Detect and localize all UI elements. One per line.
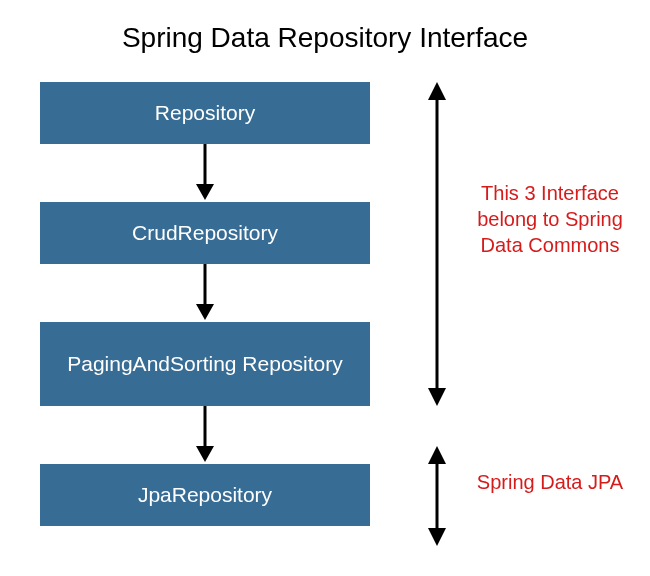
svg-marker-7	[428, 82, 446, 100]
annotation-commons: This 3 Interface belong to Spring Data C…	[470, 180, 630, 258]
annotation-jpa: Spring Data JPA	[470, 469, 630, 495]
svg-marker-5	[196, 446, 214, 462]
svg-marker-3	[196, 304, 214, 320]
svg-marker-11	[428, 528, 446, 546]
diagram-title: Spring Data Repository Interface	[0, 22, 650, 54]
svg-marker-1	[196, 184, 214, 200]
hierarchy-column: Repository CrudRepository PagingAndSorti…	[40, 82, 370, 526]
svg-marker-10	[428, 446, 446, 464]
svg-marker-8	[428, 388, 446, 406]
arrow-down-icon	[40, 264, 370, 322]
arrow-down-icon	[40, 406, 370, 464]
box-paging-sorting-repository: PagingAndSorting Repository	[40, 322, 370, 406]
box-repository: Repository	[40, 82, 370, 144]
box-jpa-repository: JpaRepository	[40, 464, 370, 526]
bracket-arrow-commons-icon	[424, 82, 450, 410]
bracket-arrow-jpa-icon	[424, 446, 450, 550]
box-crud-repository: CrudRepository	[40, 202, 370, 264]
arrow-down-icon	[40, 144, 370, 202]
